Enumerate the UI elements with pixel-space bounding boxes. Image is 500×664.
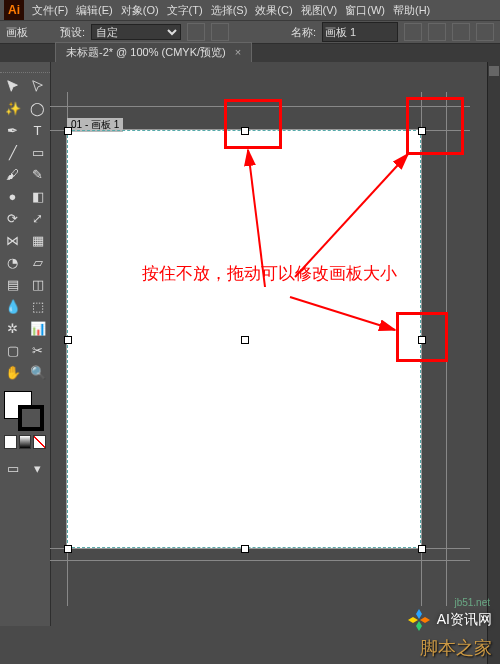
- tab-title: 未标题-2* @ 100% (CMYK/预览): [66, 46, 226, 58]
- graph-tool[interactable]: 📊: [25, 317, 50, 339]
- stroke-swatch[interactable]: [18, 405, 44, 431]
- color-mode-icon[interactable]: [4, 435, 17, 449]
- document-tabbar: 未标题-2* @ 100% (CMYK/预览) ×: [0, 44, 500, 62]
- free-transform-tool[interactable]: ▦: [25, 229, 50, 251]
- symbol-sprayer-tool[interactable]: ✲: [0, 317, 25, 339]
- handle-tc[interactable]: [241, 127, 249, 135]
- watermark-jb51: jb51.net: [454, 597, 490, 608]
- lasso-tool[interactable]: ◯: [25, 97, 50, 119]
- handle-mr[interactable]: [418, 336, 426, 344]
- magic-wand-tool[interactable]: ✨: [0, 97, 25, 119]
- mesh-tool[interactable]: ▤: [0, 273, 25, 295]
- gradient-mode-icon[interactable]: [19, 435, 32, 449]
- handle-tl[interactable]: [64, 127, 72, 135]
- menu-object[interactable]: 对象(O): [121, 3, 159, 18]
- menu-view[interactable]: 视图(V): [301, 3, 338, 18]
- brush-tool[interactable]: 🖌: [0, 163, 25, 185]
- handle-tr[interactable]: [418, 127, 426, 135]
- watermark-ai: AI资讯网: [407, 608, 492, 632]
- handle-br[interactable]: [418, 545, 426, 553]
- orient-landscape-icon[interactable]: [211, 23, 229, 41]
- opt-icon-1[interactable]: [404, 23, 422, 41]
- options-bar: 画板 预设: 自定 名称:: [0, 20, 500, 44]
- watermark-jiaoben: 脚本之家: [420, 636, 492, 660]
- menu-window[interactable]: 窗口(W): [345, 3, 385, 18]
- toolbox: ✨◯ ✒T ╱▭ 🖌✎ ●◧ ⟳⤢ ⋈▦ ◔▱ ▤◫ 💧⬚ ✲📊 ▢✂ ✋🔍 ▭…: [0, 62, 51, 626]
- perspective-tool[interactable]: ▱: [25, 251, 50, 273]
- document-tab[interactable]: 未标题-2* @ 100% (CMYK/预览) ×: [55, 42, 252, 62]
- toolbox-grip[interactable]: [0, 66, 50, 73]
- opt-icon-3[interactable]: [452, 23, 470, 41]
- orient-portrait-icon[interactable]: [187, 23, 205, 41]
- menu-help[interactable]: 帮助(H): [393, 3, 430, 18]
- preset-label: 预设:: [60, 25, 85, 40]
- opt-icon-2[interactable]: [428, 23, 446, 41]
- workspace: ✨◯ ✒T ╱▭ 🖌✎ ●◧ ⟳⤢ ⋈▦ ◔▱ ▤◫ 💧⬚ ✲📊 ▢✂ ✋🔍 ▭…: [0, 62, 500, 664]
- menu-type[interactable]: 文字(T): [167, 3, 203, 18]
- line-tool[interactable]: ╱: [0, 141, 25, 163]
- handle-ml[interactable]: [64, 336, 72, 344]
- slice-tool[interactable]: ✂: [25, 339, 50, 361]
- menu-select[interactable]: 选择(S): [211, 3, 248, 18]
- artboard-name-input[interactable]: [322, 22, 398, 42]
- handle-center[interactable]: [241, 336, 249, 344]
- pencil-tool[interactable]: ✎: [25, 163, 50, 185]
- blend-tool[interactable]: ⬚: [25, 295, 50, 317]
- name-label: 名称:: [291, 25, 316, 40]
- canvas[interactable]: 01 - 画板 1 按住不放，拖动可以修改画板大小: [50, 62, 500, 664]
- app-logo: Ai: [4, 0, 24, 20]
- change-screen-icon[interactable]: ▾: [25, 457, 50, 479]
- menu-file[interactable]: 文件(F): [32, 3, 68, 18]
- handle-bc[interactable]: [241, 545, 249, 553]
- opt-icon-4[interactable]: [476, 23, 494, 41]
- shape-builder-tool[interactable]: ◔: [0, 251, 25, 273]
- eraser-tool[interactable]: ◧: [25, 185, 50, 207]
- eyedropper-tool[interactable]: 💧: [0, 295, 25, 317]
- zoom-tool[interactable]: 🔍: [25, 361, 50, 383]
- watermark-logo-icon: [407, 608, 431, 632]
- selection-tool[interactable]: [0, 75, 25, 97]
- direct-selection-tool[interactable]: [25, 75, 50, 97]
- scale-tool[interactable]: ⤢: [25, 207, 50, 229]
- optbar-title: 画板: [6, 25, 28, 40]
- width-tool[interactable]: ⋈: [0, 229, 25, 251]
- type-tool[interactable]: T: [25, 119, 50, 141]
- color-swatches[interactable]: [0, 389, 50, 433]
- blob-brush-tool[interactable]: ●: [0, 185, 25, 207]
- artboard-tool[interactable]: ▢: [0, 339, 25, 361]
- close-icon[interactable]: ×: [235, 46, 241, 58]
- panel-toggle-icon[interactable]: [489, 66, 499, 76]
- none-mode-icon[interactable]: [33, 435, 46, 449]
- pen-tool[interactable]: ✒: [0, 119, 25, 141]
- right-panel-strip[interactable]: [487, 62, 500, 664]
- menu-edit[interactable]: 编辑(E): [76, 3, 113, 18]
- handle-bl[interactable]: [64, 545, 72, 553]
- screen-mode-icon[interactable]: ▭: [0, 457, 25, 479]
- menu-effect[interactable]: 效果(C): [255, 3, 292, 18]
- rotate-tool[interactable]: ⟳: [0, 207, 25, 229]
- preset-select[interactable]: 自定: [91, 24, 181, 40]
- gradient-tool[interactable]: ◫: [25, 273, 50, 295]
- hand-tool[interactable]: ✋: [0, 361, 25, 383]
- watermark-ai-text: AI资讯网: [437, 611, 492, 629]
- rectangle-tool[interactable]: ▭: [25, 141, 50, 163]
- menubar: Ai 文件(F) 编辑(E) 对象(O) 文字(T) 选择(S) 效果(C) 视…: [0, 0, 500, 20]
